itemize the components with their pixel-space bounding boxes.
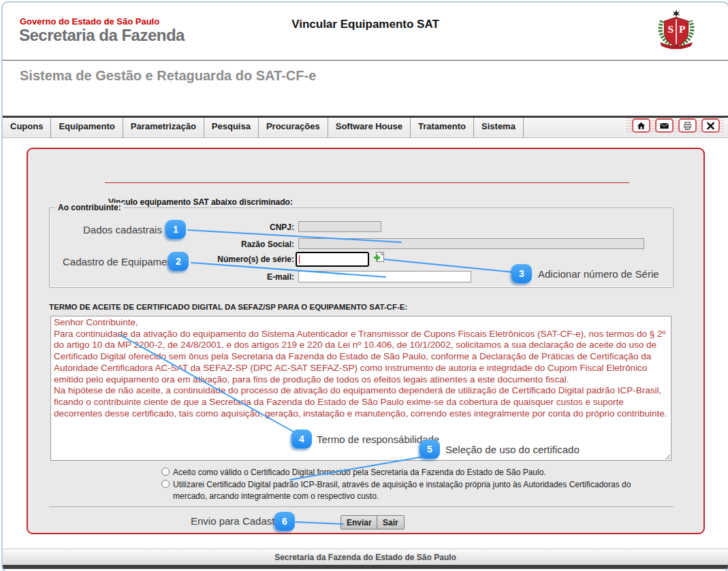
annotation-label-5: Seleção de uso do certificado <box>445 444 580 455</box>
main-menu-bar: Cupons Equipamento Parametrização Pesqui… <box>3 116 728 138</box>
sair-button[interactable]: Sair <box>377 515 405 529</box>
annotation-bubble-2: 2 <box>168 252 189 271</box>
menu-item-parametrizacao[interactable]: Parametrização <box>123 118 204 137</box>
numero-serie-field-focused <box>296 252 369 267</box>
actions-divider <box>49 506 674 507</box>
menu-item-software-house[interactable]: Software House <box>328 118 411 137</box>
window-icon-group <box>632 118 720 133</box>
menu-item-equipamento[interactable]: Equipamento <box>51 118 123 137</box>
close-icon <box>706 121 716 131</box>
radio-icp-input[interactable] <box>161 480 170 488</box>
razao-social-label: Razão Social: <box>152 240 294 249</box>
intro-label: Vinculo equipamento SAT abaixo discrimin… <box>108 197 293 207</box>
email-label: E-mail: <box>152 272 294 282</box>
fieldset-legend: Ao contribuinte: <box>55 203 124 212</box>
footer-text: Secretaria da Fazenda do Estado de São P… <box>3 549 728 566</box>
annotation-bubble-1: 1 <box>165 220 186 239</box>
annotation-bubble-6: 6 <box>274 512 295 531</box>
header-divider <box>3 60 728 61</box>
app-window: Governo do Estado de São Paulo Secretari… <box>1 1 728 571</box>
radio-option-icp-brasil[interactable]: Utilizarei Certificado Digital padrão IC… <box>161 479 642 503</box>
razao-social-field[interactable] <box>298 238 644 249</box>
annotation-label-2: Cadastro de Equipamento <box>63 256 163 267</box>
cnpj-field[interactable] <box>298 221 381 232</box>
home-button[interactable] <box>632 118 650 133</box>
print-button[interactable] <box>678 118 697 133</box>
title-divider <box>105 182 629 183</box>
annotation-bubble-3: 3 <box>511 264 532 283</box>
mail-button[interactable] <box>655 118 674 133</box>
mail-icon <box>659 121 669 131</box>
footer-dark-strip <box>3 565 728 569</box>
radio-sefaz-input[interactable] <box>161 468 170 476</box>
radio-icp-label: Utilizarei Certificado Digital padrão IC… <box>173 479 642 503</box>
close-button[interactable] <box>701 118 720 133</box>
menu-item-procuracoes[interactable]: Procurações <box>259 118 328 137</box>
annotation-bubble-5: 5 <box>420 440 440 459</box>
enviar-button[interactable]: Enviar <box>341 515 378 529</box>
system-title: Sistema de Gestão e Retaguarda do SAT-CF… <box>20 68 316 84</box>
email-field[interactable] <box>298 271 471 282</box>
radio-option-sefaz[interactable]: Aceito como válido o Certificado Digital… <box>161 467 546 478</box>
annotation-bubble-4: 4 <box>291 429 312 448</box>
add-serial-number-button[interactable] <box>373 251 385 264</box>
radio-sefaz-label: Aceito como válido o Certificado Digital… <box>173 467 546 478</box>
home-icon <box>636 121 646 131</box>
annotation-label-1: Dados cadastrais <box>83 224 159 235</box>
menu-item-cupons[interactable]: Cupons <box>3 118 51 137</box>
termo-heading: TERMO DE ACEITE DE CERTIFICADO DIGITAL D… <box>49 303 407 311</box>
page-title: Vincular Equipamento SAT <box>3 18 728 31</box>
print-icon <box>682 121 693 131</box>
annotation-label-6: Envio para Cadastro <box>191 515 272 527</box>
menu-item-sistema[interactable]: Sistema <box>474 118 524 137</box>
numero-serie-input[interactable] <box>297 253 368 265</box>
annotation-label-3: Adicionar número de Série <box>538 268 659 280</box>
add-document-plus-icon <box>373 251 385 264</box>
menu-item-pesquisa[interactable]: Pesquisa <box>204 118 259 137</box>
menu-item-tratamento[interactable]: Tratamento <box>411 118 474 137</box>
